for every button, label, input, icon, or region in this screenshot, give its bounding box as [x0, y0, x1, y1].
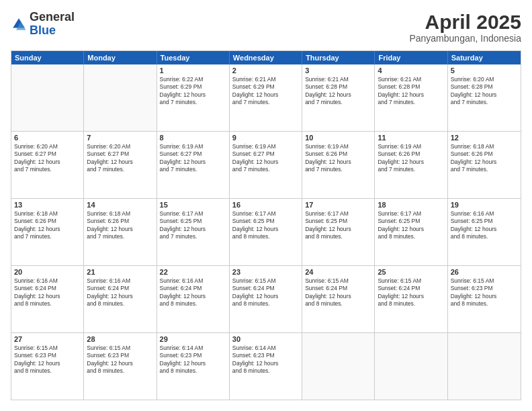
calendar-cell	[302, 333, 375, 400]
day-number: 30	[232, 335, 299, 343]
day-content: Sunrise: 6:20 AM Sunset: 6:27 PM Dayligh…	[14, 143, 81, 174]
calendar-cell: 2Sunrise: 6:21 AM Sunset: 6:29 PM Daylig…	[230, 64, 302, 131]
calendar-cell: 10Sunrise: 6:19 AM Sunset: 6:26 PM Dayli…	[302, 132, 375, 198]
day-number: 22	[160, 268, 226, 276]
header-day-friday: Friday	[375, 51, 447, 64]
day-number: 19	[451, 201, 518, 209]
day-content: Sunrise: 6:15 AM Sunset: 6:23 PM Dayligh…	[14, 345, 81, 375]
page: General Blue April 2025 Panyambungan, In…	[0, 0, 532, 411]
day-content: Sunrise: 6:19 AM Sunset: 6:26 PM Dayligh…	[305, 143, 371, 174]
day-content: Sunrise: 6:17 AM Sunset: 6:25 PM Dayligh…	[305, 210, 371, 241]
day-content: Sunrise: 6:18 AM Sunset: 6:26 PM Dayligh…	[14, 210, 81, 241]
day-content: Sunrise: 6:20 AM Sunset: 6:27 PM Dayligh…	[87, 143, 153, 174]
header-day-monday: Monday	[84, 51, 157, 64]
day-content: Sunrise: 6:15 AM Sunset: 6:23 PM Dayligh…	[87, 345, 153, 375]
calendar-cell: 3Sunrise: 6:21 AM Sunset: 6:28 PM Daylig…	[302, 64, 375, 131]
day-content: Sunrise: 6:18 AM Sunset: 6:26 PM Dayligh…	[87, 210, 153, 241]
calendar-cell: 4Sunrise: 6:21 AM Sunset: 6:28 PM Daylig…	[375, 64, 447, 131]
header-day-saturday: Saturday	[448, 51, 521, 64]
calendar-cell: 18Sunrise: 6:17 AM Sunset: 6:25 PM Dayli…	[375, 199, 447, 265]
calendar-cell: 29Sunrise: 6:14 AM Sunset: 6:23 PM Dayli…	[157, 333, 230, 400]
calendar-cell: 17Sunrise: 6:17 AM Sunset: 6:25 PM Dayli…	[302, 199, 375, 265]
calendar-cell: 12Sunrise: 6:18 AM Sunset: 6:26 PM Dayli…	[448, 132, 521, 198]
calendar-cell: 28Sunrise: 6:15 AM Sunset: 6:23 PM Dayli…	[84, 333, 157, 400]
header-day-tuesday: Tuesday	[157, 51, 230, 64]
day-number: 27	[14, 335, 81, 343]
day-number: 12	[451, 134, 518, 142]
calendar-cell: 23Sunrise: 6:15 AM Sunset: 6:24 PM Dayli…	[230, 266, 302, 332]
day-number: 2	[232, 66, 299, 75]
calendar-cell: 13Sunrise: 6:18 AM Sunset: 6:26 PM Dayli…	[11, 199, 84, 265]
day-number: 7	[87, 134, 153, 142]
day-number: 17	[305, 201, 371, 209]
calendar-cell: 24Sunrise: 6:15 AM Sunset: 6:24 PM Dayli…	[302, 266, 375, 332]
day-content: Sunrise: 6:16 AM Sunset: 6:24 PM Dayligh…	[87, 277, 153, 308]
day-number: 3	[305, 66, 371, 75]
calendar-cell: 21Sunrise: 6:16 AM Sunset: 6:24 PM Dayli…	[84, 266, 157, 332]
day-number: 26	[451, 268, 518, 276]
day-number: 25	[378, 268, 444, 276]
day-number: 4	[378, 66, 444, 75]
calendar-row-4: 27Sunrise: 6:15 AM Sunset: 6:23 PM Dayli…	[11, 332, 521, 400]
calendar-cell	[375, 333, 447, 400]
day-content: Sunrise: 6:21 AM Sunset: 6:28 PM Dayligh…	[305, 76, 371, 107]
day-content: Sunrise: 6:16 AM Sunset: 6:24 PM Dayligh…	[160, 277, 226, 308]
calendar-cell: 8Sunrise: 6:19 AM Sunset: 6:27 PM Daylig…	[157, 132, 230, 198]
day-content: Sunrise: 6:19 AM Sunset: 6:27 PM Dayligh…	[232, 143, 299, 174]
calendar-cell	[84, 64, 157, 131]
calendar: SundayMondayTuesdayWednesdayThursdayFrid…	[11, 50, 521, 400]
day-number: 15	[160, 201, 226, 209]
header-day-thursday: Thursday	[302, 51, 375, 64]
day-number: 14	[87, 201, 153, 209]
calendar-cell: 11Sunrise: 6:19 AM Sunset: 6:26 PM Dayli…	[375, 132, 447, 198]
calendar-cell: 15Sunrise: 6:17 AM Sunset: 6:25 PM Dayli…	[157, 199, 230, 265]
day-content: Sunrise: 6:19 AM Sunset: 6:26 PM Dayligh…	[378, 143, 444, 174]
day-content: Sunrise: 6:17 AM Sunset: 6:25 PM Dayligh…	[160, 210, 226, 241]
day-number: 16	[232, 201, 299, 209]
day-content: Sunrise: 6:15 AM Sunset: 6:24 PM Dayligh…	[305, 277, 371, 308]
day-number: 8	[160, 134, 226, 142]
calendar-cell: 27Sunrise: 6:15 AM Sunset: 6:23 PM Dayli…	[11, 333, 84, 400]
header-day-sunday: Sunday	[11, 51, 84, 64]
day-number: 1	[160, 66, 226, 75]
day-content: Sunrise: 6:16 AM Sunset: 6:25 PM Dayligh…	[451, 210, 518, 241]
calendar-cell: 19Sunrise: 6:16 AM Sunset: 6:25 PM Dayli…	[448, 199, 521, 265]
calendar-cell: 1Sunrise: 6:22 AM Sunset: 6:29 PM Daylig…	[157, 64, 230, 131]
day-number: 6	[14, 134, 81, 142]
day-content: Sunrise: 6:21 AM Sunset: 6:28 PM Dayligh…	[378, 76, 444, 107]
day-content: Sunrise: 6:18 AM Sunset: 6:26 PM Dayligh…	[451, 143, 518, 174]
day-number: 28	[87, 335, 153, 343]
day-content: Sunrise: 6:14 AM Sunset: 6:23 PM Dayligh…	[232, 345, 299, 375]
logo-line2: Blue	[30, 24, 75, 38]
day-content: Sunrise: 6:17 AM Sunset: 6:25 PM Dayligh…	[232, 210, 299, 241]
logo-icon	[11, 16, 27, 32]
calendar-cell: 20Sunrise: 6:16 AM Sunset: 6:24 PM Dayli…	[11, 266, 84, 332]
day-content: Sunrise: 6:22 AM Sunset: 6:29 PM Dayligh…	[160, 76, 226, 107]
day-content: Sunrise: 6:20 AM Sunset: 6:28 PM Dayligh…	[451, 76, 518, 107]
calendar-cell: 5Sunrise: 6:20 AM Sunset: 6:28 PM Daylig…	[448, 64, 521, 131]
calendar-cell: 30Sunrise: 6:14 AM Sunset: 6:23 PM Dayli…	[230, 333, 302, 400]
month-title: April 2025	[409, 11, 521, 33]
calendar-row-2: 13Sunrise: 6:18 AM Sunset: 6:26 PM Dayli…	[11, 198, 521, 265]
calendar-row-3: 20Sunrise: 6:16 AM Sunset: 6:24 PM Dayli…	[11, 265, 521, 332]
calendar-cell: 6Sunrise: 6:20 AM Sunset: 6:27 PM Daylig…	[11, 132, 84, 198]
calendar-cell	[448, 333, 521, 400]
day-number: 10	[305, 134, 371, 142]
day-number: 29	[160, 335, 226, 343]
day-number: 11	[378, 134, 444, 142]
location-subtitle: Panyambungan, Indonesia	[409, 33, 521, 44]
logo-line1: General	[30, 11, 75, 24]
calendar-body: 1Sunrise: 6:22 AM Sunset: 6:29 PM Daylig…	[11, 64, 521, 400]
day-number: 9	[232, 134, 299, 142]
day-number: 21	[87, 268, 153, 276]
calendar-row-0: 1Sunrise: 6:22 AM Sunset: 6:29 PM Daylig…	[11, 64, 521, 131]
calendar-cell	[11, 64, 84, 131]
day-number: 18	[378, 201, 444, 209]
calendar-header: SundayMondayTuesdayWednesdayThursdayFrid…	[11, 51, 521, 64]
calendar-cell: 16Sunrise: 6:17 AM Sunset: 6:25 PM Dayli…	[230, 199, 302, 265]
header-day-wednesday: Wednesday	[230, 51, 302, 64]
day-number: 23	[232, 268, 299, 276]
day-number: 13	[14, 201, 81, 209]
calendar-cell: 9Sunrise: 6:19 AM Sunset: 6:27 PM Daylig…	[230, 132, 302, 198]
day-content: Sunrise: 6:17 AM Sunset: 6:25 PM Dayligh…	[378, 210, 444, 241]
